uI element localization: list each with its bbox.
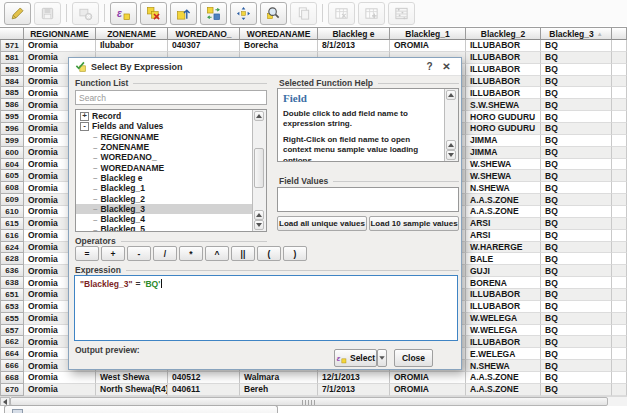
dialog-close-icon[interactable]: ✕ — [438, 61, 455, 72]
table-cell[interactable]: BQ — [541, 242, 612, 254]
column-header-woredano-[interactable]: WOREDANO_ — [168, 27, 240, 40]
table-cell[interactable]: ILLUBABOR — [466, 87, 541, 99]
row-number-button[interactable]: 610 — [0, 206, 24, 218]
column-header-woredaname[interactable]: WOREDANAME — [240, 27, 318, 40]
table-cell[interactable]: BQ — [541, 123, 612, 135]
table-cell[interactable]: ARSI — [466, 218, 541, 230]
row-number-button[interactable]: 584 — [0, 76, 24, 88]
operator-button-%2B[interactable]: + — [101, 246, 125, 261]
column-header-blackleg-2[interactable]: Blackleg_2 — [466, 27, 541, 40]
row-number-button[interactable]: 657 — [0, 325, 24, 337]
operator-button-([interactable]: ( — [257, 246, 281, 261]
table-cell[interactable]: ILLUBABOR — [466, 301, 541, 313]
table-cell[interactable]: BQ — [541, 87, 612, 99]
table-cell[interactable]: N.SHEWA — [466, 360, 541, 372]
table-cell[interactable]: West Shewa — [96, 372, 168, 384]
row-number-button[interactable]: 636 — [0, 265, 24, 277]
table-cell[interactable]: W.WELEGA — [466, 325, 541, 337]
zoom-to-selected-button[interactable] — [260, 2, 287, 25]
table-cell[interactable]: BQ — [541, 194, 612, 206]
table-cell[interactable]: HORO GUDURU — [466, 123, 541, 135]
table-cell[interactable]: W.SHEWA — [466, 170, 541, 182]
table-cell[interactable]: BQ — [541, 384, 612, 396]
table-cell[interactable]: E.WELEGA — [466, 348, 541, 360]
row-number-button[interactable]: 596 — [0, 123, 24, 135]
table-cell[interactable]: BQ — [541, 111, 612, 123]
table-cell[interactable]: BQ — [541, 99, 612, 111]
column-header-blackleg-e[interactable]: Blackleg e — [318, 27, 390, 40]
table-cell[interactable]: 040512 — [168, 372, 240, 384]
table-cell[interactable]: BQ — [541, 301, 612, 313]
table-cell[interactable]: BQ — [541, 372, 612, 384]
table-cell[interactable]: N.SHEWA — [466, 182, 541, 194]
table-cell[interactable]: BQ — [541, 230, 612, 242]
operator-button-%2F[interactable]: / — [153, 246, 177, 261]
row-number-button[interactable]: 668 — [0, 372, 24, 384]
row-number-button[interactable]: 586 — [0, 99, 24, 111]
table-cell[interactable]: ARSI — [466, 230, 541, 242]
table-cell[interactable]: 040307 — [168, 40, 240, 52]
tree-item-blackleg-4[interactable]: –Blackleg_4 — [76, 214, 253, 224]
tree-scroll-up-button[interactable] — [254, 111, 264, 121]
field-values-list[interactable] — [277, 187, 459, 212]
table-cell[interactable]: BQ — [541, 277, 612, 289]
table-cell[interactable]: Bereh — [240, 384, 318, 396]
row-number-button[interactable]: 608 — [0, 182, 24, 194]
dialog-help-button[interactable]: ? — [421, 61, 438, 72]
expression-editor[interactable]: "Blackleg_3"='BQ' — [74, 275, 458, 341]
table-cell[interactable]: A.A.S.ZONE — [466, 206, 541, 218]
row-number-button[interactable]: 581 — [0, 52, 24, 64]
tree-scroll-down-button[interactable] — [254, 220, 264, 230]
pan-to-selected-button[interactable] — [230, 2, 257, 25]
table-cell[interactable]: BQ — [541, 64, 612, 76]
operator-button-%3D[interactable]: = — [75, 246, 99, 261]
tree-item-fields-and-values[interactable]: -Fields and Values — [76, 121, 253, 131]
table-cell[interactable]: OROMIA — [390, 384, 466, 396]
table-cell[interactable]: BQ — [541, 348, 612, 360]
select-by-expression-button[interactable]: ε — [110, 2, 137, 25]
table-cell[interactable]: W.HARERGE — [466, 242, 541, 254]
row-number-button[interactable]: 604 — [0, 159, 24, 171]
operator-button-%5E[interactable]: ^ — [205, 246, 229, 261]
table-cell[interactable]: S.W.SHEWA — [466, 99, 541, 111]
table-cell[interactable]: BQ — [541, 336, 612, 348]
table-cell[interactable]: OROMIA — [390, 372, 466, 384]
load-all-unique-values-button[interactable]: Load all unique values — [277, 216, 367, 231]
tree-item-blackleg-2[interactable]: –Blackleg_2 — [76, 193, 253, 203]
table-cell[interactable]: Ilubabor — [96, 40, 168, 52]
table-cell[interactable]: Walmara — [240, 372, 318, 384]
row-number-button[interactable]: 628 — [0, 253, 24, 265]
table-cell[interactable]: BQ — [541, 76, 612, 88]
select-button[interactable]: ε Select — [334, 349, 377, 367]
row-number-button[interactable]: 653 — [0, 301, 24, 313]
table-cell[interactable]: ILLUBABOR — [466, 64, 541, 76]
table-cell[interactable]: JIMMA — [466, 135, 541, 147]
table-cell[interactable]: BALE — [466, 253, 541, 265]
table-cell[interactable]: ILLUBABOR — [466, 289, 541, 301]
table-cell[interactable]: BQ — [541, 325, 612, 337]
row-number-button[interactable]: 638 — [0, 277, 24, 289]
deselect-all-button[interactable] — [140, 2, 167, 25]
table-cell[interactable]: HORO GUDURU — [466, 111, 541, 123]
table-cell[interactable]: A.A.S.ZONE — [466, 194, 541, 206]
table-cell[interactable]: North Shewa(R4) — [96, 384, 168, 396]
table-cell[interactable]: BQ — [541, 360, 612, 372]
table-cell[interactable]: Oromia — [24, 40, 96, 52]
table-cell[interactable]: BQ — [541, 265, 612, 277]
row-number-button[interactable]: 666 — [0, 360, 24, 372]
dialog-titlebar[interactable]: Select By Expression ? ✕ — [69, 58, 461, 76]
row-number-button[interactable]: 585 — [0, 87, 24, 99]
table-cell[interactable]: ILLUBABOR — [466, 40, 541, 52]
bottom-partial-button[interactable] — [4, 405, 278, 413]
table-cell[interactable]: GUJI — [466, 265, 541, 277]
operator-button-*[interactable]: * — [179, 246, 203, 261]
row-number-button[interactable]: 615 — [0, 218, 24, 230]
tree-item-zonename[interactable]: –ZONENAME — [76, 142, 253, 152]
tree-item-blackleg-5[interactable]: –Blackleg_5 — [76, 224, 253, 231]
table-cell[interactable]: BQ — [541, 253, 612, 265]
table-cell[interactable]: BQ — [541, 170, 612, 182]
row-number-button[interactable]: 651 — [0, 289, 24, 301]
table-cell[interactable]: JIMMA — [466, 147, 541, 159]
column-header-regionname[interactable]: REGIONNAME — [24, 27, 96, 40]
load-10-sample-values-button[interactable]: Load 10 sample values — [369, 216, 459, 231]
